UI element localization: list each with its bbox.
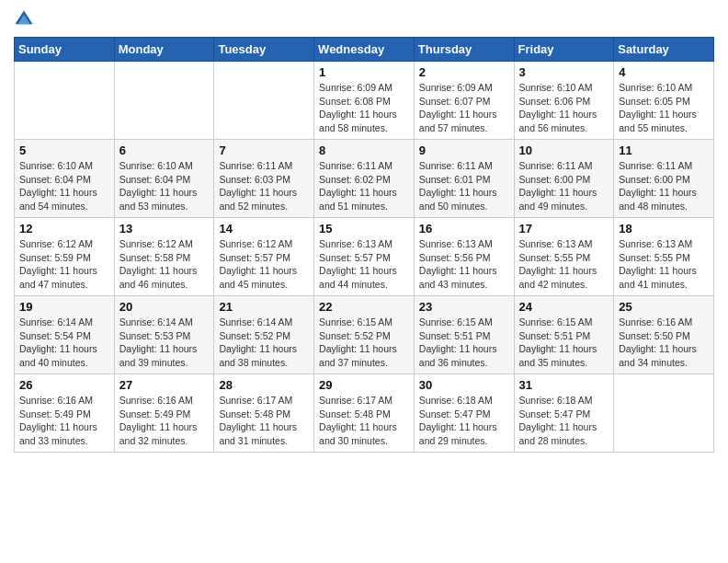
day-number: 13 (119, 222, 210, 236)
day-number: 3 (519, 65, 609, 79)
logo-icon (14, 9, 34, 29)
day-cell: 2Sunrise: 6:09 AMSunset: 6:07 PMDaylight… (414, 62, 514, 140)
day-number: 23 (419, 300, 509, 314)
day-info: Sunrise: 6:15 AMSunset: 5:51 PMDaylight:… (519, 316, 609, 370)
week-row-3: 12Sunrise: 6:12 AMSunset: 5:59 PMDayligh… (15, 218, 714, 296)
day-cell: 26Sunrise: 6:16 AMSunset: 5:49 PMDayligh… (15, 374, 115, 453)
day-cell: 12Sunrise: 6:12 AMSunset: 5:59 PMDayligh… (15, 218, 115, 296)
day-cell: 18Sunrise: 6:13 AMSunset: 5:55 PMDayligh… (614, 218, 714, 296)
day-cell (15, 62, 115, 140)
day-cell: 24Sunrise: 6:15 AMSunset: 5:51 PMDayligh… (514, 296, 614, 374)
day-number: 8 (319, 144, 409, 157)
day-info: Sunrise: 6:18 AMSunset: 5:47 PMDaylight:… (419, 394, 509, 448)
day-info: Sunrise: 6:15 AMSunset: 5:52 PMDaylight:… (319, 316, 409, 370)
day-info: Sunrise: 6:18 AMSunset: 5:47 PMDaylight:… (519, 394, 609, 448)
day-cell: 21Sunrise: 6:14 AMSunset: 5:52 PMDayligh… (214, 296, 314, 374)
day-info: Sunrise: 6:16 AMSunset: 5:50 PMDaylight:… (619, 316, 709, 370)
day-cell: 1Sunrise: 6:09 AMSunset: 6:08 PMDaylight… (314, 62, 415, 140)
day-cell: 22Sunrise: 6:15 AMSunset: 5:52 PMDayligh… (314, 296, 415, 374)
day-number: 17 (519, 222, 609, 236)
day-cell: 25Sunrise: 6:16 AMSunset: 5:50 PMDayligh… (614, 296, 714, 374)
day-number: 5 (19, 144, 109, 157)
day-cell: 5Sunrise: 6:10 AMSunset: 6:04 PMDaylight… (15, 140, 115, 218)
day-number: 11 (619, 144, 709, 157)
day-number: 18 (619, 222, 709, 236)
day-number: 14 (219, 222, 309, 236)
day-cell: 16Sunrise: 6:13 AMSunset: 5:56 PMDayligh… (414, 218, 514, 296)
day-number: 6 (119, 144, 210, 157)
day-info: Sunrise: 6:14 AMSunset: 5:52 PMDaylight:… (219, 316, 309, 370)
day-number: 24 (519, 300, 609, 314)
day-cell (114, 62, 214, 140)
day-info: Sunrise: 6:13 AMSunset: 5:56 PMDaylight:… (419, 237, 509, 292)
day-cell (614, 374, 714, 453)
day-number: 26 (19, 378, 109, 392)
day-info: Sunrise: 6:16 AMSunset: 5:49 PMDaylight:… (19, 394, 109, 448)
day-info: Sunrise: 6:10 AMSunset: 6:06 PMDaylight:… (519, 81, 609, 135)
weekday-monday: Monday (114, 38, 214, 62)
day-info: Sunrise: 6:10 AMSunset: 6:04 PMDaylight:… (19, 159, 109, 213)
day-number: 19 (19, 300, 109, 314)
week-row-2: 5Sunrise: 6:10 AMSunset: 6:04 PMDaylight… (15, 140, 714, 218)
day-number: 31 (519, 378, 609, 392)
day-number: 29 (319, 378, 409, 392)
week-row-4: 19Sunrise: 6:14 AMSunset: 5:54 PMDayligh… (15, 296, 714, 374)
day-cell: 9Sunrise: 6:11 AMSunset: 6:01 PMDaylight… (414, 140, 514, 218)
day-info: Sunrise: 6:11 AMSunset: 6:02 PMDaylight:… (319, 159, 409, 213)
logo (14, 9, 38, 29)
calendar-container: SundayMondayTuesdayWednesdayThursdayFrid… (0, 0, 728, 462)
day-cell: 10Sunrise: 6:11 AMSunset: 6:00 PMDayligh… (514, 140, 614, 218)
day-info: Sunrise: 6:10 AMSunset: 6:04 PMDaylight:… (119, 159, 210, 213)
day-number: 9 (419, 144, 509, 157)
day-info: Sunrise: 6:15 AMSunset: 5:51 PMDaylight:… (419, 316, 509, 370)
weekday-thursday: Thursday (414, 38, 514, 62)
day-number: 7 (219, 144, 309, 157)
day-cell: 28Sunrise: 6:17 AMSunset: 5:48 PMDayligh… (214, 374, 314, 453)
day-cell: 6Sunrise: 6:10 AMSunset: 6:04 PMDaylight… (114, 140, 214, 218)
day-cell: 20Sunrise: 6:14 AMSunset: 5:53 PMDayligh… (114, 296, 214, 374)
day-cell: 4Sunrise: 6:10 AMSunset: 6:05 PMDaylight… (614, 62, 714, 140)
day-number: 30 (419, 378, 509, 392)
day-cell: 14Sunrise: 6:12 AMSunset: 5:57 PMDayligh… (214, 218, 314, 296)
day-number: 2 (419, 65, 509, 79)
day-info: Sunrise: 6:13 AMSunset: 5:55 PMDaylight:… (619, 237, 709, 292)
day-info: Sunrise: 6:11 AMSunset: 6:01 PMDaylight:… (419, 159, 509, 213)
header (14, 9, 714, 29)
weekday-friday: Friday (514, 38, 614, 62)
day-number: 21 (219, 300, 309, 314)
day-cell: 17Sunrise: 6:13 AMSunset: 5:55 PMDayligh… (514, 218, 614, 296)
day-cell: 8Sunrise: 6:11 AMSunset: 6:02 PMDaylight… (314, 140, 415, 218)
day-info: Sunrise: 6:14 AMSunset: 5:53 PMDaylight:… (119, 316, 210, 370)
weekday-header-row: SundayMondayTuesdayWednesdayThursdayFrid… (15, 38, 714, 62)
calendar-table: SundayMondayTuesdayWednesdayThursdayFrid… (14, 37, 714, 453)
day-cell: 7Sunrise: 6:11 AMSunset: 6:03 PMDaylight… (214, 140, 314, 218)
day-cell: 19Sunrise: 6:14 AMSunset: 5:54 PMDayligh… (15, 296, 115, 374)
day-number: 25 (619, 300, 709, 314)
day-info: Sunrise: 6:17 AMSunset: 5:48 PMDaylight:… (219, 394, 309, 448)
day-cell: 11Sunrise: 6:11 AMSunset: 6:00 PMDayligh… (614, 140, 714, 218)
weekday-wednesday: Wednesday (314, 38, 415, 62)
day-info: Sunrise: 6:11 AMSunset: 6:00 PMDaylight:… (619, 159, 709, 213)
day-info: Sunrise: 6:13 AMSunset: 5:55 PMDaylight:… (519, 237, 609, 292)
day-cell: 27Sunrise: 6:16 AMSunset: 5:49 PMDayligh… (114, 374, 214, 453)
day-cell: 30Sunrise: 6:18 AMSunset: 5:47 PMDayligh… (414, 374, 514, 453)
day-info: Sunrise: 6:12 AMSunset: 5:57 PMDaylight:… (219, 237, 309, 292)
day-info: Sunrise: 6:10 AMSunset: 6:05 PMDaylight:… (619, 81, 709, 135)
day-info: Sunrise: 6:14 AMSunset: 5:54 PMDaylight:… (19, 316, 109, 370)
weekday-tuesday: Tuesday (214, 38, 314, 62)
day-cell: 31Sunrise: 6:18 AMSunset: 5:47 PMDayligh… (514, 374, 614, 453)
day-number: 16 (419, 222, 509, 236)
day-number: 28 (219, 378, 309, 392)
day-cell: 3Sunrise: 6:10 AMSunset: 6:06 PMDaylight… (514, 62, 614, 140)
day-info: Sunrise: 6:09 AMSunset: 6:07 PMDaylight:… (419, 81, 509, 135)
day-number: 12 (19, 222, 109, 236)
day-cell: 13Sunrise: 6:12 AMSunset: 5:58 PMDayligh… (114, 218, 214, 296)
day-info: Sunrise: 6:17 AMSunset: 5:48 PMDaylight:… (319, 394, 409, 448)
day-info: Sunrise: 6:11 AMSunset: 6:03 PMDaylight:… (219, 159, 309, 213)
day-number: 4 (619, 65, 709, 79)
day-info: Sunrise: 6:12 AMSunset: 5:58 PMDaylight:… (119, 237, 210, 292)
day-info: Sunrise: 6:09 AMSunset: 6:08 PMDaylight:… (319, 81, 409, 135)
day-info: Sunrise: 6:13 AMSunset: 5:57 PMDaylight:… (319, 237, 409, 292)
day-cell (214, 62, 314, 140)
weekday-sunday: Sunday (15, 38, 115, 62)
